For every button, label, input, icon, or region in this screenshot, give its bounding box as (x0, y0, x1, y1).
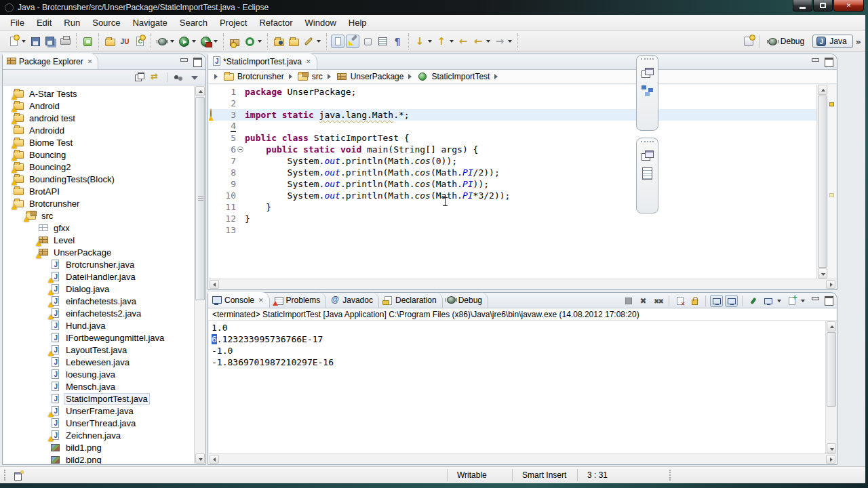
tab-console[interactable]: Console✕ (208, 292, 270, 308)
tree-item[interactable]: UnserPackage (3, 246, 193, 258)
console-vertical-scrollbar[interactable] (825, 321, 836, 453)
display-selected-console-dropdown-icon[interactable] (777, 300, 781, 302)
tree-item[interactable]: Android (3, 100, 193, 112)
breadcrumb-item-brotcrunsher[interactable]: Brotcrunsher (222, 71, 284, 82)
tree-item[interactable]: UnserFrame.java (3, 405, 193, 417)
perspective-debug-button[interactable]: Debug (765, 35, 810, 47)
menu-item-navigate[interactable]: Navigate (126, 16, 173, 30)
code-line[interactable]: 5public class StaticImportTest { (209, 132, 816, 144)
occurrence-marker[interactable] (829, 193, 834, 197)
tree-item[interactable]: Level (3, 234, 193, 246)
tree-item[interactable]: BrotAPI (3, 185, 193, 197)
tree-item[interactable]: Dialog.java (3, 283, 193, 295)
tree-item[interactable]: einfachetests.java (3, 295, 193, 307)
scroll-right-icon[interactable] (826, 280, 835, 289)
code-line[interactable]: 8 System.out.println(Math.cos(Math.PI/2)… (209, 167, 816, 178)
console-output[interactable]: 1.06.123233995736766E-17-1.0-1.836970198… (209, 321, 836, 453)
scroll-lock-icon[interactable] (688, 295, 701, 307)
view-menu-icon[interactable] (189, 72, 200, 83)
tree-item[interactable]: src (3, 209, 193, 222)
tab-declaration[interactable]: Declaration (379, 292, 443, 308)
scroll-up-icon[interactable] (827, 321, 836, 331)
run-external-icon[interactable] (199, 35, 212, 48)
tab-problems[interactable]: Problems (270, 292, 327, 308)
new-junit-test-icon[interactable]: JU (118, 35, 132, 48)
debug-icon[interactable] (155, 35, 169, 48)
warning-marker[interactable] (829, 102, 834, 106)
tree-item[interactable]: einfachetests2.java (3, 307, 193, 319)
overview-ruler[interactable] (828, 85, 836, 279)
menu-item-window[interactable]: Window (299, 16, 342, 30)
tree-item[interactable]: bild1.png (3, 441, 193, 453)
fold-collapse-icon[interactable] (236, 146, 245, 152)
next-annotation-dropdown-icon[interactable] (428, 40, 432, 43)
menu-item-file[interactable]: File (4, 16, 31, 30)
code-line[interactable]: 10 System.out.println(Math.cos(Math.PI*3… (209, 190, 816, 201)
maximize-view-icon[interactable] (193, 57, 202, 65)
breadcrumb-item-unserpackage[interactable]: UnserPackage (336, 71, 404, 82)
code-line[interactable]: 12} (209, 213, 816, 224)
menu-item-help[interactable]: Help (342, 16, 373, 30)
code-line[interactable]: 9 System.out.println(Math.cos(Math.PI)); (209, 178, 816, 190)
restore-view-icon[interactable] (640, 66, 655, 81)
tree-item[interactable]: Lebewesen.java (3, 356, 193, 368)
outline-view-icon[interactable] (640, 84, 655, 99)
tree-item[interactable]: LayoutTest.java (3, 344, 193, 356)
close-tab-icon[interactable]: ✕ (258, 297, 264, 304)
save-icon[interactable] (28, 35, 42, 48)
tree-item[interactable]: loesung.java (3, 368, 193, 380)
console-horizontal-scrollbar[interactable] (209, 453, 836, 464)
perspective-java-button[interactable]: J Java (812, 35, 852, 48)
show-breadcrumb-icon[interactable] (331, 35, 344, 48)
new-package-icon[interactable] (228, 35, 241, 48)
breadcrumb-arrow-icon[interactable] (214, 74, 218, 79)
scroll-left-icon[interactable] (210, 455, 219, 464)
tree-item[interactable]: bild2.png (3, 453, 193, 464)
code-line[interactable]: 13 (209, 224, 816, 236)
coverage-dropdown-icon[interactable] (258, 40, 262, 43)
open-perspective-icon[interactable] (742, 35, 755, 48)
toolbar-overflow-chevron[interactable]: » (856, 37, 861, 47)
next-annotation-icon[interactable]: ↓ (413, 35, 427, 48)
block-selection-icon[interactable] (361, 35, 374, 48)
code-line[interactable]: 4 (209, 121, 816, 132)
close-view-icon[interactable]: ✕ (87, 58, 93, 65)
open-resource-icon[interactable] (287, 35, 300, 48)
new-wizard-dropdown-icon[interactable] (22, 40, 26, 43)
window-minimize-button[interactable] (793, 0, 812, 12)
menu-item-run[interactable]: Run (58, 16, 86, 30)
breadcrumb-arrow-icon[interactable] (289, 74, 292, 79)
breadcrumb-item-src[interactable]: src (297, 71, 323, 82)
open-console-icon[interactable] (785, 295, 798, 307)
breadcrumb-item-staticimporttest[interactable]: StaticImportTest (416, 71, 490, 82)
code-line[interactable]: 11 } (209, 201, 816, 213)
menu-item-search[interactable]: Search (174, 16, 214, 30)
pin-console-icon[interactable] (747, 295, 760, 307)
menu-item-edit[interactable]: Edit (31, 16, 58, 30)
debug-dropdown-icon[interactable] (170, 40, 174, 43)
editor-horizontal-scrollbar[interactable] (209, 279, 836, 289)
tree-item[interactable]: BoundingTests(Block) (3, 173, 193, 185)
tree-item[interactable]: UnserThread.java (3, 417, 193, 429)
show-stdout-icon[interactable] (710, 295, 723, 307)
tree-item[interactable]: Zeichnen.java (3, 429, 193, 441)
scroll-down-icon[interactable] (818, 268, 827, 279)
new-java-project-icon[interactable] (103, 35, 117, 48)
menu-item-source[interactable]: Source (86, 16, 126, 30)
console-scrollbar-thumb[interactable] (827, 332, 836, 407)
tree-item[interactable]: Bouncing (3, 148, 193, 161)
remove-all-terminated-icon[interactable]: ✖✖ (652, 295, 665, 307)
tree-item[interactable]: IFortbewegungmittel.java (3, 331, 193, 344)
open-console-dropdown-icon[interactable] (801, 300, 805, 302)
tab-debug[interactable]: Debug (443, 292, 488, 308)
tree-item[interactable]: Biome Test (3, 136, 193, 148)
new-class-icon[interactable] (133, 35, 146, 48)
back-icon[interactable]: ← (471, 35, 485, 48)
tree-item[interactable]: gfxx (3, 222, 193, 234)
window-close-button[interactable]: ✕ (833, 0, 864, 12)
run-dropdown-icon[interactable] (192, 40, 196, 43)
tree-item[interactable]: DateiHandler.java (3, 270, 193, 283)
annotate-pen-dropdown-icon[interactable] (317, 40, 321, 43)
code-editor[interactable]: 1package UnserPackage;23import static ja… (209, 85, 836, 279)
fast-view-icon[interactable] (14, 471, 23, 480)
